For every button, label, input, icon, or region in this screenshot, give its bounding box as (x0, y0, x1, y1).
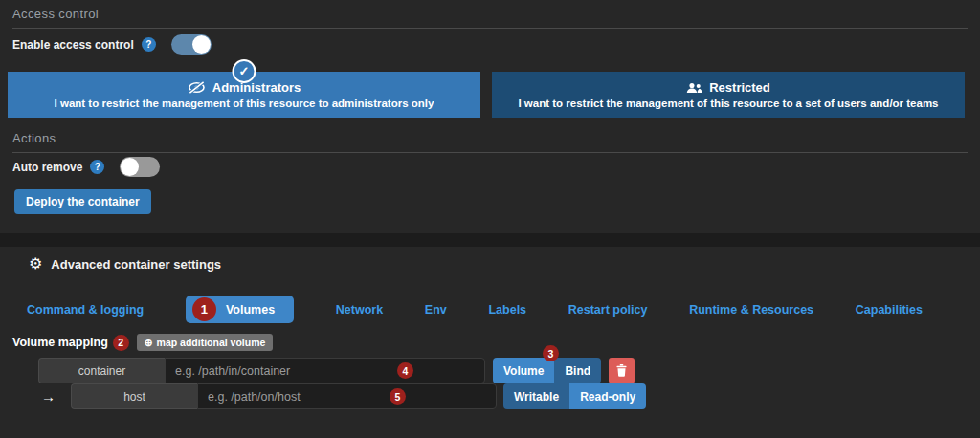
section-separator (0, 233, 980, 247)
tab-volumes[interactable]: 1 Volumes (186, 296, 294, 323)
enable-access-control-toggle[interactable] (171, 34, 212, 55)
host-path-row: → host 5 Writable Read-only (41, 383, 646, 409)
step-badge-4: 4 (397, 362, 413, 379)
volume-mapping-header: Volume mapping 2 ⊕ map additional volume (12, 334, 273, 351)
tab-capabilities[interactable]: Capabilities (856, 303, 923, 317)
readonly-button[interactable]: Read-only (569, 383, 646, 409)
volume-bind-toggle-group: Volume Bind 3 (493, 358, 601, 383)
plus-circle-icon: ⊕ (145, 337, 153, 348)
access-control-section-title: Access control (12, 7, 968, 29)
toggle-knob (192, 35, 211, 54)
bind-type-button[interactable]: Bind (554, 358, 601, 383)
deploy-container-button[interactable]: Deploy the container (14, 189, 151, 214)
auto-remove-row: Auto remove ? (12, 157, 160, 177)
step-badge-1: 1 (192, 297, 216, 321)
tab-restart-policy[interactable]: Restart policy (568, 303, 648, 317)
access-control-options: ✓ Administrators I want to restrict the … (8, 72, 965, 118)
auto-remove-toggle[interactable] (120, 157, 160, 177)
selected-check-icon: ✓ (233, 59, 256, 83)
map-additional-volume-label: map additional volume (157, 337, 266, 348)
host-addon-label: host (71, 383, 197, 409)
enable-access-control-label: Enable access control (12, 38, 134, 52)
container-addon-label: container (38, 358, 165, 383)
users-icon (686, 82, 702, 94)
advanced-settings-header: ⚙ Advanced container settings (29, 256, 221, 272)
step-badge-5: 5 (390, 388, 406, 405)
volume-mapping-label: Volume mapping (12, 336, 108, 349)
help-icon[interactable]: ? (142, 37, 156, 52)
administrators-option-card[interactable]: ✓ Administrators I want to restrict the … (8, 72, 480, 118)
trash-icon (616, 364, 627, 377)
actions-section-title: Actions (12, 131, 968, 153)
writable-readonly-toggle-group: Writable Read-only (503, 383, 646, 409)
container-path-input[interactable] (165, 358, 485, 383)
tab-command-logging[interactable]: Command & logging (27, 303, 144, 317)
advanced-settings-title: Advanced container settings (51, 257, 221, 272)
eye-slash-icon (188, 81, 206, 94)
auto-remove-label: Auto remove (12, 161, 82, 174)
help-icon[interactable]: ? (90, 160, 104, 174)
tab-env[interactable]: Env (425, 303, 447, 317)
container-path-input-wrap: 4 (165, 358, 485, 383)
arrow-right-icon: → (41, 388, 56, 405)
tab-network[interactable]: Network (336, 303, 383, 317)
host-path-input-wrap: 5 (197, 383, 497, 409)
tab-runtime-resources[interactable]: Runtime & Resources (689, 303, 813, 317)
writable-button[interactable]: Writable (503, 383, 569, 409)
volume-type-button[interactable]: Volume (493, 358, 554, 383)
container-settings-page: Access control Enable access control ? ✓… (0, 0, 980, 438)
container-path-row: container 4 Volume Bind 3 (38, 358, 635, 383)
restricted-option-card[interactable]: Restricted I want to restrict the manage… (492, 72, 965, 118)
restricted-card-description: I want to restrict the management of thi… (518, 98, 938, 109)
host-path-input[interactable] (197, 383, 497, 409)
restricted-card-title: Restricted (686, 80, 770, 95)
toggle-knob (121, 158, 139, 176)
remove-volume-button[interactable] (609, 358, 635, 383)
advanced-settings-tabs: Command & logging 1 Volumes Network Env … (27, 296, 923, 323)
enable-access-control-row: Enable access control ? (12, 34, 212, 55)
step-badge-2: 2 (113, 335, 129, 351)
gear-icon: ⚙ (29, 256, 42, 272)
tab-volumes-label: Volumes (226, 303, 275, 317)
administrators-card-description: I want to restrict the management of thi… (55, 98, 434, 109)
map-additional-volume-button[interactable]: ⊕ map additional volume (137, 334, 274, 351)
step-badge-3: 3 (543, 345, 559, 361)
tab-labels[interactable]: Labels (488, 303, 526, 317)
